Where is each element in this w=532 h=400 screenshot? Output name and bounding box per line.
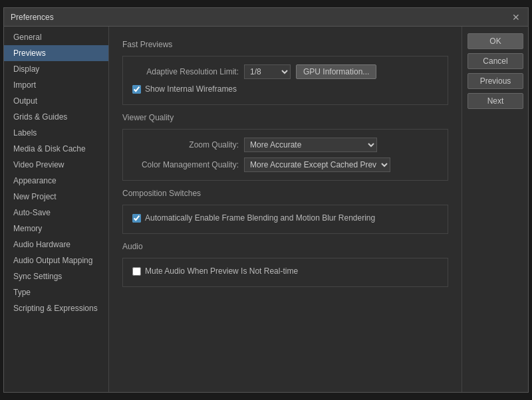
dialog-title: Preferences [11, 13, 54, 22]
gpu-information-button[interactable]: GPU Information... [296, 64, 376, 79]
sidebar-item-grids-guides[interactable]: Grids & Guides [4, 109, 108, 125]
buttons-panel: OK Cancel Previous Next [462, 27, 528, 392]
sidebar-item-import[interactable]: Import [4, 77, 108, 93]
fast-previews-label: Fast Previews [122, 40, 448, 49]
sidebar-item-output[interactable]: Output [4, 93, 108, 109]
zoom-quality-row: Zoom Quality: FasterMore Accurate [132, 138, 438, 152]
color-management-row: Color Management Quality: FasterMore Acc… [132, 157, 438, 172]
adaptive-resolution-label: Adaptive Resolution Limit: [132, 67, 239, 76]
zoom-quality-label: Zoom Quality: [132, 140, 239, 150]
close-button[interactable]: ✕ [511, 12, 521, 23]
color-management-select[interactable]: FasterMore AccurateMore Accurate Except … [244, 157, 390, 172]
sidebar-item-video-preview[interactable]: Video Preview [4, 157, 108, 173]
show-wireframes-label: Show Internal Wireframes [145, 84, 237, 94]
sidebar-item-audio-hardware[interactable]: Audio Hardware [4, 237, 108, 252]
mute-audio-checkbox[interactable] [132, 267, 141, 276]
show-wireframes-checkbox[interactable] [132, 85, 141, 94]
sidebar: GeneralPreviewsDisplayImportOutputGrids … [4, 27, 109, 392]
zoom-quality-select[interactable]: FasterMore Accurate [244, 138, 377, 152]
auto-enable-checkbox[interactable] [132, 214, 141, 223]
main-content: Fast Previews Adaptive Resolution Limit:… [109, 27, 462, 392]
next-button[interactable]: Next [467, 93, 523, 109]
sidebar-item-scripting-expressions[interactable]: Scripting & Expressions [4, 300, 108, 316]
audio-label: Audio [122, 242, 448, 251]
sidebar-item-labels[interactable]: Labels [4, 125, 108, 141]
sidebar-item-general[interactable]: General [4, 29, 108, 45]
mute-audio-row: Mute Audio When Preview Is Not Real-time [132, 266, 438, 276]
sidebar-item-new-project[interactable]: New Project [4, 189, 108, 205]
sidebar-item-display[interactable]: Display [4, 61, 108, 77]
sidebar-item-auto-save[interactable]: Auto-Save [4, 205, 108, 221]
auto-enable-label: Automatically Enable Frame Blending and … [145, 213, 375, 223]
adaptive-resolution-select[interactable]: 1/21/41/81/16 [244, 64, 291, 79]
cancel-button[interactable]: Cancel [467, 53, 523, 69]
composition-switches-section: Automatically Enable Frame Blending and … [122, 205, 448, 234]
color-management-label: Color Management Quality: [132, 160, 239, 169]
sidebar-item-media-disk-cache[interactable]: Media & Disk Cache [4, 141, 108, 157]
composition-switches-label: Composition Switches [122, 189, 448, 198]
sidebar-item-audio-output-mapping[interactable]: Audio Output Mapping [4, 252, 108, 268]
ok-button[interactable]: OK [467, 33, 523, 49]
previous-button[interactable]: Previous [467, 73, 523, 89]
sidebar-item-memory[interactable]: Memory [4, 221, 108, 237]
mute-audio-label: Mute Audio When Preview Is Not Real-time [145, 266, 298, 276]
fast-previews-section: Adaptive Resolution Limit: 1/21/41/81/16… [122, 56, 448, 105]
show-wireframes-row: Show Internal Wireframes [132, 84, 438, 94]
sidebar-item-sync-settings[interactable]: Sync Settings [4, 268, 108, 284]
viewer-quality-section: Zoom Quality: FasterMore Accurate Color … [122, 129, 448, 181]
viewer-quality-label: Viewer Quality [122, 113, 448, 122]
sidebar-item-previews[interactable]: Previews [4, 45, 108, 61]
sidebar-item-type[interactable]: Type [4, 284, 108, 300]
audio-section: Mute Audio When Preview Is Not Real-time [122, 258, 448, 287]
title-bar: Preferences ✕ [4, 8, 528, 27]
auto-enable-row: Automatically Enable Frame Blending and … [132, 213, 438, 223]
preferences-dialog: Preferences ✕ GeneralPreviewsDisplayImpo… [3, 7, 529, 393]
dialog-body: GeneralPreviewsDisplayImportOutputGrids … [4, 27, 528, 392]
adaptive-resolution-row: Adaptive Resolution Limit: 1/21/41/81/16… [132, 64, 438, 79]
sidebar-item-appearance[interactable]: Appearance [4, 173, 108, 189]
